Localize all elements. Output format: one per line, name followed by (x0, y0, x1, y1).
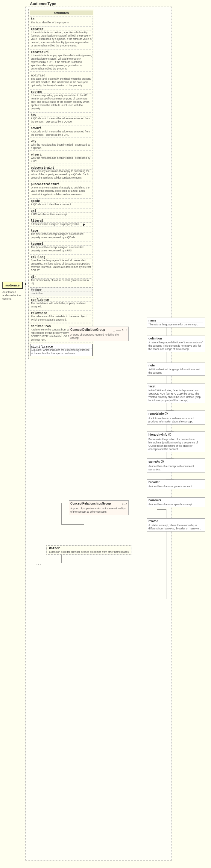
attr-uri: uri A URI which identifies a concept. (30, 208, 93, 217)
attr-howuri: howuri A QCode which means the value was… (30, 126, 93, 137)
attr-creator: creator If the attribute is not defined,… (30, 26, 93, 48)
element-broader-title: broader (148, 480, 203, 484)
attr-relevance-desc: The relevance of the metadata to the new… (31, 315, 92, 321)
attr-pubconstraint-name: pubconstraint (31, 166, 92, 169)
element-name-desc: The natural language name for the concep… (148, 323, 203, 326)
diagram-title: AudienceType (30, 1, 56, 6)
element-sameas-desc: An identifier of a concept with equivale… (148, 465, 203, 471)
attr-typeuri-name: typeuri (31, 242, 92, 246)
attr-creator-desc: If the attribute is not defined, specifi… (31, 31, 92, 47)
element-related-desc: A related concept, where the relationshi… (148, 524, 203, 530)
attr-literal-name: literal (31, 219, 92, 223)
attr-significance-desc: A qualifier which indicates the expected… (31, 348, 92, 355)
attr-why-desc: Why the metadata has been included - exp… (31, 143, 92, 150)
element-facet-desc: In NAR 0.8 and later, facet is deprecate… (148, 389, 203, 402)
cardinality-def: —— 0...n (116, 329, 127, 332)
attr-id-desc: The local identifier of the property. (31, 21, 92, 24)
element-related: related A related concept, where the rel… (147, 518, 205, 531)
element-narrower: narrower An identifier of a more specifi… (147, 497, 205, 507)
attr-xmllang: xml:lang Specifies the language of this … (30, 254, 93, 273)
attr-custom-desc: If the corresponding property was added … (31, 94, 92, 110)
element-narrower-title: narrower (148, 499, 203, 502)
attr-type-desc: The type of the concept assigned as cont… (31, 232, 92, 239)
attr-how-name: how (31, 113, 92, 117)
concept-definition-group: ConceptDefinitionGroup —— 0...n A group … (69, 327, 129, 341)
audience-label-box: audience (2, 282, 23, 289)
concept-relationships-group: ConceptRelationshipsGroup —— 0...n A gro… (69, 500, 129, 515)
attr-modified-desc: The date (and, optionally, the time) whe… (31, 77, 92, 87)
attr-id-name: id (31, 18, 92, 21)
attr-pubconstrainturi: pubconstrainturi One or many constraints… (30, 182, 93, 197)
element-facet: facet In NAR 0.8 and later, facet is dep… (147, 383, 205, 403)
other-extension-title: #other (49, 547, 129, 550)
connector-right-rel (113, 503, 115, 505)
attr-confidence-desc: The confidence with which the property h… (31, 302, 92, 308)
element-name-title: name (148, 319, 203, 322)
audience-desc: An intended audience for the content. (2, 291, 25, 301)
attr-significance: significance A qualifier which indicates… (30, 344, 93, 356)
attr-qcode: qcode A QCode which identifies a concept… (30, 198, 93, 207)
attr-relevance: relevance The relevance of the metadata … (30, 310, 93, 322)
concept-relationships-group-title: ConceptRelationshipsGroup (70, 502, 112, 506)
attr-creatoruri: creatoruri If the attribute is empty, sp… (30, 50, 93, 71)
element-definition-desc: A natural language definition of the sem… (148, 341, 203, 351)
attr-id: id The local identifier of the property. (30, 17, 93, 25)
other-extension-point: #other Extension point for provider-defi… (46, 545, 131, 555)
attr-pubconstrainturi-desc: One or many constraints that apply to pu… (31, 186, 92, 196)
concept-definition-group-title: ConceptDefinitionGroup (70, 328, 112, 332)
concept-relationships-group-header: ConceptRelationshipsGroup —— 0...n (70, 502, 127, 506)
attr-creatoruri-desc: If the attribute is empty, specifies whi… (31, 54, 92, 70)
attr-how: how A QCode which means the value was ex… (30, 112, 93, 124)
attr-why: why Why the metadata has been included -… (30, 139, 93, 151)
element-narrower-desc: An identifier of a more specific concept… (148, 503, 203, 506)
attr-dir: dir The directionality of textual conten… (30, 274, 93, 286)
element-name: name The natural language name for the c… (147, 318, 205, 328)
attr-other-desc: use #other (31, 292, 92, 295)
attr-custom: custom If the corresponding property was… (30, 89, 93, 111)
element-sameas-title: sameAs ⓘ (148, 460, 203, 464)
attr-modified-name: modified (31, 74, 92, 77)
attr-dir-desc: The directionality of textual content (e… (31, 279, 92, 285)
element-broader-desc: An identifier of a more generic concept. (148, 485, 203, 488)
attributes-title: attributes (30, 10, 93, 15)
attr-confidence: confidence The confidence with which the… (30, 297, 93, 309)
element-remoteinfo-title: remoteInfo ⓘ (148, 412, 203, 416)
attr-custom-name: custom (31, 90, 92, 94)
element-remoteinfo: remoteInfo ⓘ A link to an item in a web … (147, 410, 205, 425)
attr-typeuri: typeuri The type of the concept assigned… (30, 241, 93, 253)
element-facet-title: facet (148, 385, 203, 388)
attr-whyuri: whyuri Why the metadata has been include… (30, 152, 93, 164)
attr-how-desc: A QCode which means the value was extrac… (31, 117, 92, 123)
element-note-title: note (148, 364, 203, 367)
attr-qcode-desc: A QCode which identifies a concept. (31, 203, 92, 206)
attr-xmllang-desc: Specifies the language of this and all d… (31, 259, 92, 272)
element-definition-title: definition (148, 337, 203, 340)
element-definition: definition A natural language definition… (147, 336, 205, 352)
element-hierarchyinfo-title: hierarchyInfo ⓘ (148, 433, 203, 437)
attr-creator-name: creator (31, 27, 92, 31)
attr-pubconstraint-desc: One or many constraints that apply to pu… (31, 169, 92, 180)
attr-literal: literal A freetext value assigned as pro… (30, 218, 93, 227)
attr-literal-desc: A freetext value assigned as property va… (31, 223, 92, 226)
attr-why-name: why (31, 140, 92, 143)
concept-relationships-group-desc: A group of properties which indicate rel… (70, 507, 127, 514)
attributes-container: attributes id The local identifier of th… (28, 9, 94, 359)
element-note: note Additional natural language informa… (147, 363, 205, 376)
attr-xmllang-name: xml:lang (31, 255, 92, 259)
attr-whyuri-name: whyuri (31, 153, 92, 156)
attr-pubconstraint: pubconstraint One or many constraints th… (30, 165, 93, 180)
cardinality-rel: —— 0...n (116, 502, 127, 505)
attr-other-name: #other (31, 288, 92, 292)
attr-type: type The type of the concept assigned as… (30, 228, 93, 240)
element-hierarchyinfo-desc: Represents the position of a concept in … (148, 438, 203, 451)
attr-whyuri-desc: Why the metadata has been included - exp… (31, 156, 92, 163)
attr-qcode-name: qcode (31, 199, 92, 203)
attr-significance-name: significance (31, 345, 92, 348)
attr-howuri-name: howuri (31, 126, 92, 130)
attr-uri-desc: A URI which identifies a concept. (31, 213, 92, 216)
attr-howuri-desc: A QCode which means the value was extrac… (31, 130, 92, 136)
attr-type-name: type (31, 229, 92, 232)
element-sameas: sameAs ⓘ An identifier of a concept with… (147, 458, 205, 472)
element-broader: broader An identifier of a more generic … (147, 479, 205, 489)
other-extension-desc: Extension point for provider-defined pro… (49, 550, 129, 553)
